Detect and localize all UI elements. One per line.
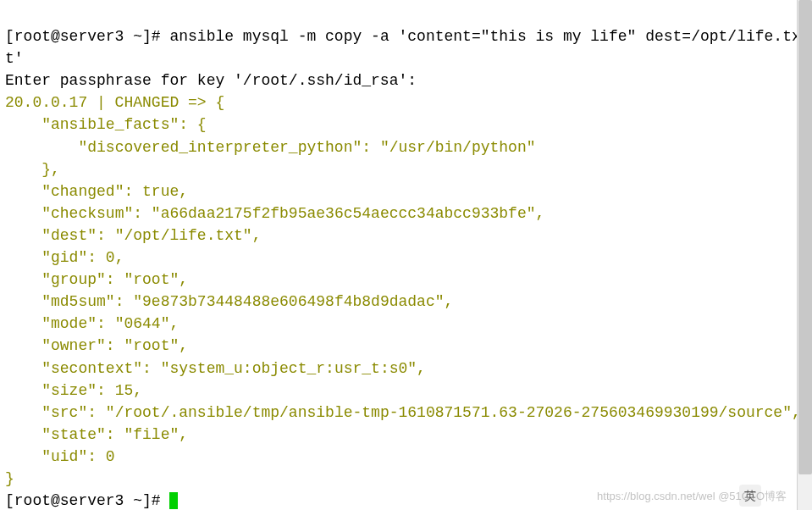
output-line: "state": "file", — [5, 426, 188, 443]
terminal-output[interactable]: [root@server3 ~]# ansible mysql -m copy … — [5, 3, 807, 510]
output-line: "checksum": "a66daa2175f2fb95ae36c54aecc… — [5, 205, 544, 222]
output-line: "dest": "/opt/life.txt", — [5, 227, 261, 244]
output-line: "src": "/root/.ansible/tmp/ansible-tmp-1… — [5, 404, 801, 421]
output-line: "secontext": "system_u:object_r:usr_t:s0… — [5, 360, 426, 377]
output-line: "changed": true, — [5, 183, 188, 200]
output-line: "gid": 0, — [5, 249, 124, 266]
status-header: 20.0.0.17 | CHANGED => { — [5, 94, 224, 111]
output-line: "mode": "0644", — [5, 315, 179, 332]
scrollbar[interactable] — [797, 0, 812, 510]
output-line: }, — [5, 161, 60, 178]
output-line: "size": 15, — [5, 382, 142, 399]
output-line: "discovered_interpreter_python": "/usr/b… — [5, 139, 536, 156]
watermark-text: https://blog.csdn.net/wel @51CTO博客 — [597, 489, 787, 505]
output-line: "uid": 0 — [5, 448, 115, 465]
output-line: "md5sum": "9e873b73448488e606498f4b8d9da… — [5, 293, 453, 310]
close-brace: } — [5, 470, 14, 487]
output-line: "group": "root", — [5, 271, 188, 288]
shell-prompt: [root@server3 ~]# — [5, 28, 169, 45]
shell-prompt: [root@server3 ~]# — [5, 492, 169, 509]
passphrase-prompt: Enter passphrase for key '/root/.ssh/id_… — [5, 72, 417, 89]
scroll-thumb[interactable] — [798, 0, 812, 474]
output-line: "owner": "root", — [5, 337, 188, 354]
output-line: "ansible_facts": { — [5, 116, 207, 133]
cursor — [169, 492, 178, 509]
